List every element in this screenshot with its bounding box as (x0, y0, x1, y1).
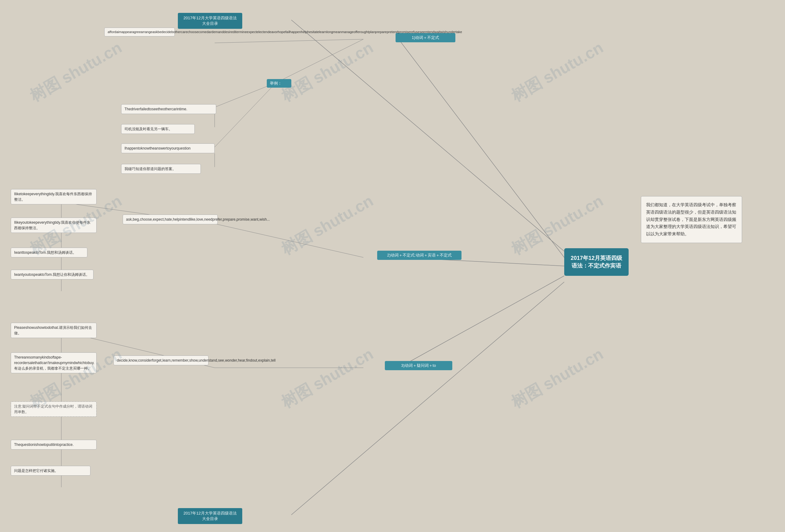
sentence1-cn-text: 司机没能及时看见另一辆车。 (125, 127, 172, 131)
sentence2-cn-text: 我碰巧知道你那道问题的答案。 (125, 167, 176, 171)
sentence2-cn-node: 我碰巧知道你那道问题的答案。 (121, 164, 201, 174)
watermark-8: 树图 shutu.cn (278, 344, 377, 414)
sentence6-node: IwantyoutospeaktoTom.我想让你和汤姆谈话。 (11, 270, 94, 280)
section1-label: 1)动词＋不定式 (412, 35, 439, 40)
example-label-node: 举例： (267, 79, 291, 88)
section1-node: 1)动词＋不定式 (396, 33, 455, 42)
vocab1-text: affordaimappearagreearrangeaskbedecidebo… (108, 30, 462, 34)
sentence9-node: Thequestionishowtoputitintopractice. (11, 440, 97, 450)
sentence2-text: Ihappentoknowtheanswertoyourquestion (125, 146, 191, 151)
sentence1-text: Thedriverfailedtoseetheothercarintime. (125, 107, 187, 111)
sentence7-node: Pleaseshowushowtodothat.请演示给我们如何去做。 (11, 323, 97, 338)
watermark-2: 树图 shutu.cn (278, 37, 377, 107)
svg-line-4 (399, 276, 564, 368)
sentence9-cn-text: 问题是怎样把它付诸实施。 (14, 469, 58, 473)
watermark-3: 树图 shutu.cn (507, 37, 607, 107)
section3-label: 3)动词＋疑问词＋to (401, 363, 436, 368)
sentence3-node: Iliketokeepeverythingtidy.我喜欢每件东西都保持整洁。 (11, 189, 97, 205)
sentence7-text: Pleaseshowushowtodothat.请演示给我们如何去做。 (14, 325, 92, 335)
svg-line-2 (399, 39, 564, 258)
sentence5-node: IwanttospeaktoTom.我想和汤姆谈话。 (11, 248, 87, 258)
vocab2-text: ask,beg,choose,expect,hate,helpintendlik… (126, 217, 270, 221)
info-text: 我们都知道，在大学英语四级考试中，单独考察英语四级语法的题型很少，但是英语四级语… (646, 202, 736, 236)
dir-bottom-text: 2017年12月大学英语四级语法大全目录 (183, 511, 236, 521)
vocab1-node: affordaimappearagreearrangeaskbedecidebo… (104, 28, 175, 36)
info-box: 我们都知道，在大学英语四级考试中，单独考察英语四级语法的题型很少，但是英语四级语… (641, 196, 742, 243)
section2-label: 2)动词＋不定式:动词＋宾语＋不定式 (387, 253, 451, 258)
svg-line-6 (276, 39, 363, 83)
svg-line-5 (214, 39, 363, 43)
main-title-node: 2017年12月英语四级语法：不定式作宾语 (564, 248, 629, 276)
svg-line-8 (214, 83, 276, 147)
svg-line-0 (291, 20, 564, 251)
sentence4-node: Ilikeyoutokeepeverythingtidy.我喜欢你使每件东西都保… (11, 218, 97, 233)
vocab3-node: decide,know,considerforget,learn,remembe… (113, 355, 208, 365)
sentence9-text: Thequestionishowtoputitintopractice. (14, 443, 74, 447)
sentence6-text: IwantyoutospeaktoTom.我想让你和汤姆谈话。 (14, 272, 90, 277)
sentence3-text: Iliketokeepeverythingtidy.我喜欢每件东西都保持整洁。 (14, 192, 92, 202)
sentence5-text: IwanttospeaktoTom.我想和汤姆谈话。 (14, 250, 76, 255)
sentence1-node: Thedriverfailedtoseetheothercarintime. (121, 104, 216, 114)
sentence8-text: Therearesomanykindsoftape-recordersaleth… (14, 355, 95, 371)
example-label-text: 举例： (270, 81, 282, 85)
section3-node: 3)动词＋疑问词＋to (385, 361, 452, 370)
section2-node: 2)动词＋不定式:动词＋宾语＋不定式 (377, 251, 461, 260)
sentence4-text: Ilikeyoutokeepeverythingtidy.我喜欢你使每件东西都保… (14, 220, 91, 230)
watermark-1: 树图 shutu.cn (26, 37, 126, 107)
sentence1-cn-node: 司机没能及时看见另一辆车。 (121, 124, 195, 134)
vocab3-text: decide,know,considerforget,learn,remembe… (117, 358, 276, 363)
sentence8-note-text: 注意:疑问词带不定式在句中作成分时，谓语动词用单数。 (14, 404, 92, 414)
sentence9-cn-node: 问题是怎样把它付诸实施。 (11, 466, 91, 476)
watermark-9: 树图 shutu.cn (507, 344, 607, 414)
dir-node-bottom: 2017年12月大学英语四级语法大全目录 (178, 508, 242, 524)
watermark-5: 树图 shutu.cn (278, 190, 377, 260)
dir-top-text: 2017年12月大学英语四级语法大全目录 (183, 16, 236, 26)
svg-line-1 (291, 282, 564, 515)
dir-node-top: 2017年12月大学英语四级语法大全目录 (178, 13, 242, 29)
sentence8-node: Therearesomanykindsoftape-recordersaleth… (11, 352, 97, 373)
sentence2-node: Ihappentoknowtheanswertoyourquestion (121, 143, 214, 153)
sentence8-note-node: 注意:疑问词带不定式在句中作成分时，谓语动词用单数。 (11, 401, 97, 417)
svg-line-11 (214, 224, 363, 258)
vocab2-node: ask,beg,choose,expect,hate,helpintendlik… (123, 214, 218, 224)
main-title-text: 2017年12月英语四级语法：不定式作宾语 (571, 255, 622, 269)
